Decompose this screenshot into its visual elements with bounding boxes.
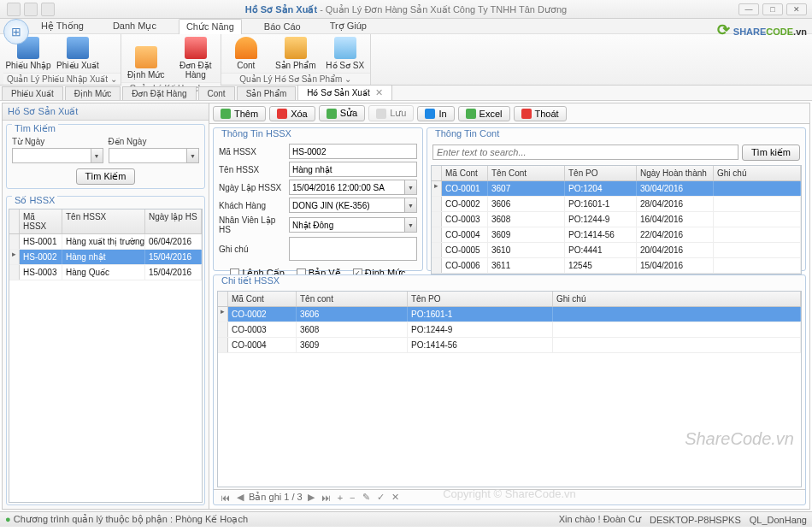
- table-row[interactable]: CO-00023606PO:1601-128/04/2016: [432, 197, 801, 212]
- detail-title: Chi tiết HSSX: [219, 275, 282, 286]
- ribbon-button[interactable]: Định Mức: [121, 34, 171, 82]
- left-panel: Hồ Sơ Sản Xuất Tìm Kiếm Từ Ngày ▼ Đến Ng…: [3, 103, 209, 509]
- document-tab[interactable]: Sản Phẩm: [237, 86, 297, 100]
- nhan-vien-input[interactable]: [289, 217, 405, 233]
- ribbon-label: Hồ Sơ SX: [326, 61, 364, 70]
- document-tab[interactable]: Định Mức: [65, 86, 121, 100]
- detail-pager[interactable]: ⏮ ◀ Bản ghi 1 / 3 ▶ ⏭ + − ✎ ✓ ✕: [214, 489, 805, 504]
- ribbon-button[interactable]: Hồ Sơ SX: [321, 34, 370, 73]
- qat-dropdown-icon[interactable]: [41, 3, 55, 16]
- document-tab[interactable]: Đơn Đặt Hàng: [122, 86, 196, 100]
- sharecode-logo: ⟳ SHARECODE.vn: [717, 21, 807, 39]
- status-bar: ● Chương trình quản lý thuộc bộ phận : P…: [0, 511, 812, 527]
- table-row[interactable]: CO-00033608PO:1244-9: [218, 322, 801, 338]
- table-row[interactable]: ▸CO-00023606PO:1601-1: [218, 307, 801, 322]
- pager-edit-icon[interactable]: ✎: [361, 492, 372, 503]
- from-date-input[interactable]: [12, 148, 91, 163]
- menu-tab[interactable]: Hệ Thống: [34, 19, 91, 33]
- to-date-dropdown-icon[interactable]: ▼: [187, 148, 199, 163]
- menu-tab[interactable]: Trợ Giúp: [323, 19, 374, 33]
- detail-grid[interactable]: Mã Cont Tên cont Tên PO Ghi chú ▸CO-0002…: [217, 291, 802, 487]
- print-button[interactable]: In: [417, 106, 454, 121]
- table-row[interactable]: CO-00043609PO:1414-56: [218, 338, 801, 353]
- ten-hssx-input[interactable]: [289, 162, 417, 177]
- quick-access-toolbar: [7, 3, 55, 16]
- pager-cancel-icon[interactable]: ✕: [390, 492, 401, 503]
- ghi-chu-input[interactable]: [289, 237, 417, 261]
- table-row[interactable]: CO-00053610PO:444120/04/2016: [432, 243, 801, 258]
- search-group-title: Tìm Kiếm: [12, 123, 58, 134]
- khach-hang-dropdown-icon[interactable]: ▼: [405, 198, 417, 213]
- table-row[interactable]: CO-000636111254515/04/2016: [432, 258, 801, 274]
- table-row[interactable]: HS-0003Hàng Quốc15/04/2016: [9, 265, 202, 280]
- exit-button[interactable]: Thoát: [514, 106, 567, 121]
- to-date-label: Đến Ngày: [109, 137, 200, 146]
- ribbon-tabs: Hệ ThốngDanh MụcChức NăngBáo CáoTrợ Giúp: [0, 19, 812, 34]
- menu-tab[interactable]: Báo Cáo: [257, 20, 308, 33]
- ribbon-label: Cont: [237, 61, 255, 70]
- status-db: QL_DonHang: [750, 515, 807, 525]
- pager-last-icon[interactable]: ⏭: [320, 493, 332, 503]
- menu-tab[interactable]: Chức Năng: [179, 19, 242, 34]
- ribbon-button[interactable]: Cont: [221, 34, 271, 73]
- pager-first-icon[interactable]: ⏮: [219, 493, 232, 503]
- pager-prev-icon[interactable]: ◀: [235, 492, 245, 503]
- hssx-list-groupbox: Số HSSX Mã HSSX Tên HSSX Ngày lập HS HS-…: [6, 196, 205, 505]
- document-tab[interactable]: Hồ Sơ Sản Xuất✕: [297, 85, 391, 100]
- ribbon-group-title[interactable]: Quản Lý Phiếu Nhập Xuất ⌄: [3, 73, 121, 85]
- ribbon-button[interactable]: Sản Phẩm: [271, 34, 321, 73]
- ribbon-icon: [235, 37, 257, 59]
- col-ma-hssx[interactable]: Mã HSSX: [20, 209, 62, 233]
- ribbon-icon: [135, 46, 157, 68]
- cont-search-button[interactable]: Tìm kiếm: [742, 145, 800, 161]
- app-menu-button[interactable]: ⊞: [3, 19, 29, 44]
- info-hssx-panel: Thông Tin HSSX Mã HSSX Tên HSSX Ngày Lập…: [213, 127, 423, 271]
- khach-hang-input[interactable]: [289, 198, 405, 213]
- menu-tab[interactable]: Danh Mục: [106, 19, 163, 33]
- ngay-lap-input[interactable]: [289, 180, 405, 195]
- pager-del-icon[interactable]: −: [348, 493, 356, 503]
- table-row[interactable]: CO-00033608PO:1244-916/04/2016: [432, 212, 801, 227]
- pager-add-icon[interactable]: +: [336, 493, 344, 503]
- ma-hssx-input[interactable]: [289, 144, 417, 159]
- ribbon-group-title[interactable]: Quản Lý Hồ Sơ Sản Phẩm ⌄: [221, 73, 370, 85]
- window-title: Hồ Sơ Sản Xuất - Quản Lý Đơn Hàng Sản Xu…: [245, 3, 567, 15]
- hssx-grid[interactable]: Mã HSSX Tên HSSX Ngày lập HS HS-0001Hàng…: [9, 209, 203, 503]
- table-row[interactable]: HS-0001Hàng xuất thị trường Mỹ06/04/2016: [9, 234, 202, 250]
- table-row[interactable]: ▸CO-00013607PO:120430/04/2016: [432, 181, 801, 197]
- ribbon-button[interactable]: Đơn Đặt Hàng: [171, 34, 221, 82]
- ribbon-label: Định Mức: [127, 70, 164, 80]
- col-ten-hssx[interactable]: Tên HSSX: [62, 209, 145, 233]
- add-button[interactable]: Thêm: [213, 106, 266, 121]
- pager-next-icon[interactable]: ▶: [306, 492, 316, 503]
- ribbon-icon: [334, 37, 356, 59]
- cont-search-input[interactable]: [432, 145, 738, 160]
- table-row[interactable]: CO-00043609PO:1414-5622/04/2016: [432, 227, 801, 243]
- ribbon-button[interactable]: Phiếu Xuất: [53, 34, 103, 73]
- edit-button[interactable]: Sửa: [319, 105, 365, 121]
- minimize-button[interactable]: —: [738, 3, 759, 15]
- tab-close-icon[interactable]: ✕: [375, 87, 383, 97]
- excel-button[interactable]: Excel: [458, 106, 510, 121]
- qat-print-icon[interactable]: [24, 3, 38, 16]
- table-row[interactable]: ▸HS-0002Hàng nhật15/04/2016: [9, 250, 202, 265]
- status-host: DESKTOP-P8HSPKS: [650, 515, 741, 525]
- document-tab[interactable]: Phiếu Xuất: [2, 86, 63, 100]
- nhan-vien-dropdown-icon[interactable]: ▼: [405, 217, 417, 233]
- qat-save-icon[interactable]: [7, 3, 21, 16]
- document-tabs: Phiếu XuấtĐịnh MứcĐơn Đặt HàngContSản Ph…: [0, 86, 812, 101]
- ngay-lap-dropdown-icon[interactable]: ▼: [405, 180, 417, 195]
- document-tab[interactable]: Cont: [198, 86, 235, 100]
- delete-button[interactable]: Xóa: [269, 106, 315, 121]
- save-button: Lưu: [368, 105, 414, 121]
- search-button[interactable]: Tìm Kiếm: [76, 168, 136, 185]
- ribbon-label: Sản Phẩm: [275, 61, 316, 70]
- from-date-dropdown-icon[interactable]: ▼: [91, 148, 103, 163]
- status-greeting: Xin chào ! Đoàn Cư: [559, 514, 641, 525]
- close-button[interactable]: ✕: [786, 3, 807, 15]
- cont-grid[interactable]: Mã Cont Tên Cont Tên PO Ngày Hoàn thành …: [431, 165, 802, 274]
- col-ngay-lap[interactable]: Ngày lập HS: [145, 209, 202, 233]
- to-date-input[interactable]: [109, 148, 188, 163]
- maximize-button[interactable]: □: [762, 3, 783, 15]
- pager-check-icon[interactable]: ✓: [375, 492, 386, 503]
